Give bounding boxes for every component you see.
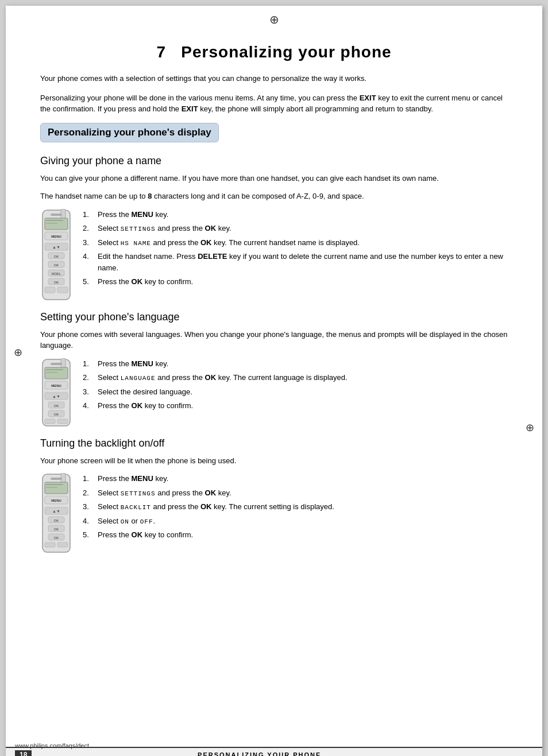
svg-rect-20: [57, 287, 68, 293]
svg-text:OK: OK: [54, 519, 59, 522]
step-2-2: Select LANGUAGE and press the OK key. Th…: [83, 372, 508, 383]
step-1-3: Select HS NAME and press the OK key. The…: [83, 237, 508, 249]
svg-rect-36: [45, 419, 55, 424]
step-3-4: Select ON or OFF.: [83, 515, 508, 527]
svg-rect-23: [51, 363, 62, 365]
subsection-title-giving-name: Giving your phone a name: [40, 155, 508, 167]
svg-text:MENU: MENU: [51, 235, 61, 238]
svg-rect-26: [46, 372, 57, 373]
svg-text:OK: OK: [54, 281, 59, 284]
giving-name-steps-container: MENU ▲▼ OK OK 8/DEL OK Press the MENU k: [40, 209, 508, 301]
section-header: Personalizing your phone's display: [40, 123, 219, 142]
svg-rect-43: [46, 487, 57, 488]
step-1-5: Press the OK key to confirm.: [83, 276, 508, 288]
svg-rect-19: [45, 287, 55, 293]
svg-text:▲▼: ▲▼: [52, 509, 60, 513]
svg-rect-40: [51, 478, 62, 480]
giving-name-para-2: The handset name can be up to 8 characte…: [40, 191, 508, 202]
svg-rect-4: [46, 220, 63, 221]
svg-text:OK: OK: [54, 413, 59, 416]
subsection-title-language: Setting your phone's language: [40, 311, 508, 323]
footer-website: www.philips.com/faqs/dect: [15, 742, 89, 749]
left-compass-icon: ⊕: [14, 346, 22, 359]
step-3-3: Select BACKLIT and press the OK key. The…: [83, 501, 508, 513]
backlight-para-1: Your phone screen will be lit when the p…: [40, 455, 508, 467]
svg-rect-25: [46, 369, 63, 370]
svg-text:MENU: MENU: [51, 499, 61, 502]
step-1-2: Select SETTINGS and press the OK key.: [83, 223, 508, 234]
phone-device-1: MENU ▲▼ OK OK 8/DEL OK: [40, 209, 72, 301]
subsection-title-backlight: Turning the backlight on/off: [40, 437, 508, 449]
step-3-5: Press the OK key to confirm.: [83, 529, 508, 541]
language-para-1: Your phone comes with several languages.…: [40, 329, 508, 351]
svg-rect-5: [46, 223, 57, 224]
backlight-steps: Press the MENU key. Select SETTINGS and …: [83, 473, 508, 544]
top-compass-icon: ⊕: [269, 13, 279, 26]
step-2-1: Press the MENU key.: [83, 358, 508, 370]
svg-text:OK: OK: [54, 263, 59, 267]
step-2-4: Press the OK key to confirm.: [83, 400, 508, 412]
giving-name-steps: Press the MENU key. Select SETTINGS and …: [83, 209, 508, 290]
step-3-2: Select SETTINGS and press the OK key.: [83, 487, 508, 499]
svg-text:MENU: MENU: [51, 384, 61, 387]
giving-name-para-1: You can give your phone a different name…: [40, 173, 508, 184]
step-1-4: Edit the handset name. Press DELETE key …: [83, 251, 508, 273]
svg-rect-37: [57, 419, 68, 424]
phone-device-3: MENU ▲▼ OK OK OK: [40, 473, 72, 553]
svg-rect-55: [45, 542, 55, 547]
intro-paragraph-2: Personalizing your phone will be done in…: [40, 92, 508, 115]
intro-paragraph-1: Your phone comes with a selection of set…: [40, 73, 508, 84]
svg-text:OK: OK: [54, 536, 59, 540]
svg-text:OK: OK: [54, 404, 59, 408]
svg-text:OK: OK: [54, 528, 59, 531]
right-compass-icon: ⊕: [526, 421, 534, 434]
svg-text:OK: OK: [54, 255, 59, 258]
step-1-1: Press the MENU key.: [83, 209, 508, 220]
svg-rect-42: [46, 484, 63, 485]
backlight-steps-container: MENU ▲▼ OK OK OK Press the MENU key. Sel…: [40, 473, 508, 553]
step-3-1: Press the MENU key.: [83, 473, 508, 484]
page: ⊕ ⊕ 7 Personalizing your phone Your phon…: [6, 6, 542, 756]
language-steps: Press the MENU key. Select LANGUAGE and …: [83, 358, 508, 414]
svg-rect-2: [51, 214, 62, 216]
svg-text:▲▼: ▲▼: [52, 394, 60, 398]
svg-text:▲▼: ▲▼: [52, 245, 60, 249]
svg-rect-56: [57, 542, 68, 547]
phone-device-2: MENU ▲▼ OK OK: [40, 358, 72, 427]
chapter-title: 7 Personalizing your phone: [40, 43, 508, 61]
step-2-3: Select the desired language.: [83, 386, 508, 398]
svg-text:8/DEL: 8/DEL: [52, 272, 61, 276]
language-steps-container: MENU ▲▼ OK OK Press the MENU key. Select…: [40, 358, 508, 427]
